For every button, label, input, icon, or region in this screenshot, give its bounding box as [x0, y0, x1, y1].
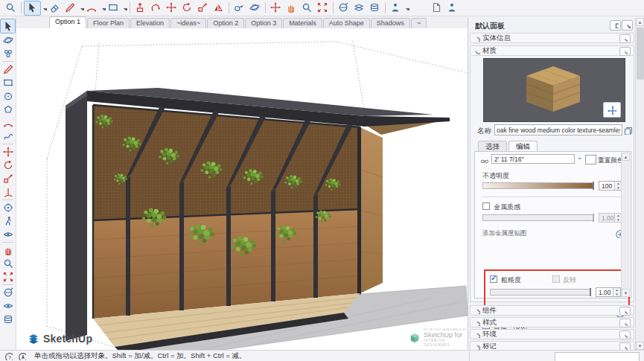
scale-tool-icon[interactable] — [1, 172, 15, 185]
zoom-window-icon[interactable] — [1, 270, 15, 284]
section-tags[interactable]: 标记 — [470, 341, 634, 350]
look-around-icon[interactable] — [1, 228, 15, 241]
roughness-slider[interactable] — [490, 289, 591, 295]
viewport-3d[interactable]: SketchUp 3D MODEL AVAILABLE AT SketchUp … — [16, 28, 468, 350]
section-styles[interactable]: 样式 — [470, 317, 634, 328]
material-scrollbar[interactable]: ▲ ▼ — [621, 153, 630, 297]
close-icon[interactable] — [619, 342, 631, 350]
tray-close-button[interactable] — [622, 20, 633, 31]
scene-tab-option-3[interactable]: Option 3 — [245, 18, 282, 28]
close-icon[interactable] — [619, 307, 631, 316]
rectangle-tool-icon[interactable] — [1, 76, 15, 89]
scene-tab-option-1[interactable]: Option 1 — [49, 16, 86, 28]
polygon-tool-icon[interactable] — [1, 103, 15, 116]
orbit-tool-icon[interactable] — [247, 1, 263, 15]
scene-tab-floor-plan[interactable]: Floor Plan — [87, 18, 130, 28]
section-components[interactable]: 组件 — [470, 305, 634, 316]
select-tool-icon[interactable] — [0, 19, 16, 33]
line-tool-dropdown[interactable] — [78, 1, 84, 15]
move-tool-icon[interactable] — [1, 145, 15, 159]
freehand-tool-icon[interactable] — [1, 130, 15, 143]
scene-tab-elevation[interactable]: Elevation — [130, 18, 170, 28]
metallic-checkbox[interactable] — [482, 202, 490, 210]
zoom-extents-icon[interactable] — [315, 1, 331, 15]
push-pull-tool-icon[interactable] — [133, 1, 148, 15]
axes-tool-icon[interactable] — [1, 185, 15, 199]
color-swatch[interactable] — [585, 155, 596, 164]
styles-icon[interactable] — [367, 1, 383, 15]
hide-objects-icon[interactable] — [351, 1, 367, 15]
close-icon[interactable] — [619, 319, 631, 328]
select-tool-dropdown[interactable] — [41, 1, 47, 15]
zoom-tool-icon[interactable] — [1, 257, 15, 270]
scene-tab-auto-shape[interactable]: Auto Shape — [323, 18, 370, 28]
tab-select[interactable]: 选择 — [478, 141, 507, 152]
follow-me-tool-icon[interactable] — [148, 1, 164, 15]
scene-tab-shadows[interactable]: Shadows — [371, 18, 410, 28]
section-plane-icon[interactable] — [1, 286, 15, 299]
add-location-dropdown[interactable] — [404, 1, 409, 15]
tray-pin-button[interactable] — [610, 20, 621, 31]
measurements-box[interactable] — [555, 352, 640, 361]
tape-measure-tool-icon[interactable] — [232, 1, 247, 15]
close-icon[interactable] — [619, 47, 631, 56]
hide-rest-icon[interactable] — [1, 299, 15, 313]
walk-tool-icon[interactable] — [1, 214, 15, 228]
scroll-up-icon[interactable]: ▲ — [636, 18, 644, 26]
scale-tool-icon[interactable] — [195, 1, 211, 15]
rotate-tool-icon[interactable] — [179, 1, 195, 15]
arc-tool-icon[interactable] — [84, 1, 100, 15]
help-icon[interactable] — [4, 351, 13, 361]
zoom-tool-icon[interactable] — [299, 1, 315, 15]
rectangle-tool-icon[interactable] — [106, 1, 121, 15]
walk-tool-icon[interactable] — [284, 1, 299, 15]
section-plane-icon[interactable] — [336, 1, 351, 15]
line-tool-icon[interactable] — [1, 63, 15, 76]
roughness-checkbox[interactable] — [490, 275, 497, 283]
rectangle-tool-dropdown[interactable] — [121, 1, 127, 15]
tray-scrollbar[interactable]: ▲ ▼ — [635, 18, 644, 350]
line-tool-icon[interactable] — [63, 1, 78, 15]
section-materials[interactable]: 材质 — [470, 45, 634, 56]
move-tool-icon[interactable] — [164, 1, 179, 15]
add-location-icon[interactable] — [388, 1, 404, 15]
select-tool-icon[interactable] — [24, 1, 41, 16]
position-texture-button[interactable] — [603, 102, 621, 118]
arc-tool-dropdown[interactable] — [100, 1, 106, 15]
metallic-slider[interactable] — [482, 214, 594, 221]
close-icon[interactable] — [619, 34, 631, 43]
tab-edit[interactable]: 编辑 — [508, 141, 538, 152]
section-environment[interactable]: 环境 — [470, 329, 634, 339]
new-file-icon[interactable] — [429, 1, 444, 15]
scene-tab-materials[interactable]: Materials — [283, 18, 322, 28]
section-entity-info[interactable]: 实体信息 — [470, 33, 634, 43]
opacity-input[interactable]: 100 ▲▼ — [599, 181, 622, 191]
scene-tab-ideas[interactable]: ~ideas~ — [170, 18, 206, 28]
layers-icon[interactable] — [1, 313, 15, 326]
scene-tab-option-2[interactable]: Option 2 — [207, 18, 244, 28]
collaborate-icon[interactable] — [444, 1, 460, 15]
scroll-down-icon[interactable]: ▼ — [622, 289, 630, 297]
geolocation-icon[interactable] — [17, 351, 27, 361]
scroll-up-icon[interactable]: ▲ — [622, 153, 630, 161]
opacity-slider[interactable] — [482, 182, 594, 189]
scrollbar-thumb[interactable] — [637, 28, 644, 80]
position-camera-icon[interactable] — [1, 201, 15, 214]
components-icon[interactable] — [1, 47, 15, 60]
circle-tool-icon[interactable] — [1, 89, 15, 103]
pan-tool-icon[interactable] — [1, 243, 15, 257]
orbit-tool-icon[interactable] — [1, 33, 15, 47]
arc-tool-icon[interactable] — [1, 116, 15, 130]
rotate-tool-icon[interactable] — [1, 159, 15, 172]
texture-width-input[interactable]: 2' 11 7/16" — [491, 154, 575, 164]
scene-tab-overflow[interactable]: ~ — [411, 18, 427, 28]
spinner-arrows[interactable]: ▲▼ — [613, 288, 620, 296]
close-icon[interactable] — [619, 330, 631, 339]
scroll-down-icon[interactable]: ▼ — [636, 342, 644, 350]
reset-color-label[interactable]: 重置颜色 — [598, 156, 623, 165]
search-icon[interactable] — [3, 1, 19, 15]
roughness-input[interactable]: 1.00 ▲▼ — [596, 287, 621, 297]
copy-icon[interactable] — [623, 125, 634, 135]
flip-tool-icon[interactable] — [211, 1, 226, 15]
eraser-tool-icon[interactable] — [47, 1, 63, 15]
